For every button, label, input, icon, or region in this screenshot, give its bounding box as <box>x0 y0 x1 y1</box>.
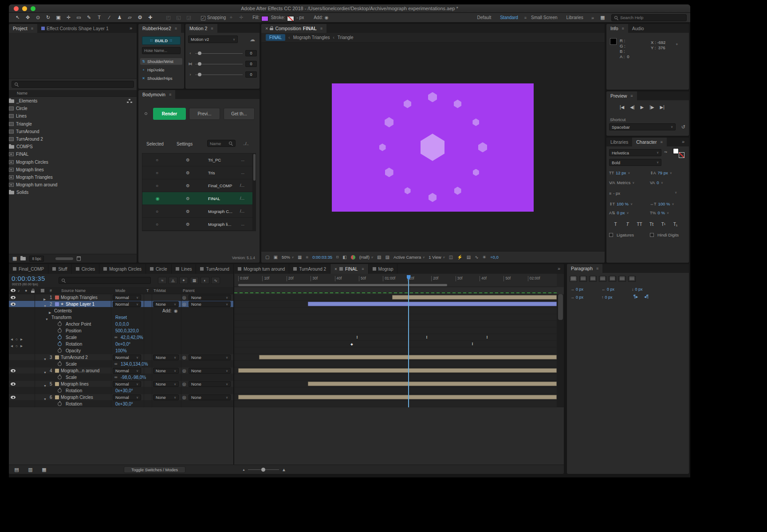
selection-tool-icon[interactable]: ↖ <box>12 15 23 20</box>
preview-button[interactable]: Previ... <box>189 108 220 120</box>
layer-label-color[interactable] <box>55 296 59 299</box>
camera-tool-icon[interactable]: ▣ <box>53 15 63 20</box>
timeline-tab-stuff[interactable]: Stuff <box>48 264 71 274</box>
more-panels-icon[interactable]: » <box>130 25 132 31</box>
pixel-aspect-icon[interactable]: ◫ <box>449 255 453 260</box>
bodymovin-comp-row[interactable]: ◉⚙FINAL/... <box>142 192 252 205</box>
layer-row[interactable]: ▼5Mograph linesNormal∨None∨◎None∨ <box>9 381 234 387</box>
property-row[interactable]: ▶ContentsAdd:◉ <box>9 307 234 314</box>
timeline-track[interactable] <box>234 381 557 387</box>
bodymovin-comp-row[interactable]: ○⚙Tri_PC... <box>142 154 252 166</box>
motion-preset-select[interactable]: Motion v2∨ <box>188 35 238 43</box>
timeline-track[interactable] <box>234 354 557 361</box>
project-item-mograph-turn-around[interactable]: Mograph turn around <box>9 181 137 189</box>
parent-select[interactable]: None∨ <box>189 295 231 300</box>
destination-button[interactable]: ... <box>241 222 244 226</box>
layer-name[interactable]: Mograph...n around <box>61 367 99 374</box>
project-bit-depth[interactable]: 8 bpc <box>29 256 44 262</box>
toggle-switches-modes-button[interactable]: Toggle Switches / Modes <box>124 466 185 473</box>
draft-3d-icon[interactable]: ◬ <box>169 277 177 284</box>
ltr-direction-button[interactable]: ¶▸ <box>633 294 638 299</box>
close-window-button[interactable] <box>14 6 19 11</box>
zoom-slider-track[interactable] <box>248 469 279 470</box>
tab-libraries[interactable]: Libraries <box>606 138 632 146</box>
parent-select[interactable]: None∨ <box>189 394 231 400</box>
project-item-comps[interactable]: ▼COMPS <box>9 143 137 150</box>
graph-editor-icon[interactable]: ∿ <box>211 277 220 284</box>
trkmat-select[interactable]: None∨ <box>153 394 179 400</box>
more-tabs-icon[interactable]: » <box>558 266 560 274</box>
layer-label-color[interactable] <box>55 302 59 306</box>
keyframe-marker[interactable]: I <box>487 335 488 340</box>
timeline-track[interactable] <box>234 294 557 301</box>
timeline-track[interactable] <box>234 321 557 327</box>
clone-stamp-tool-icon[interactable]: ♟ <box>114 15 125 20</box>
property-row[interactable]: Rotation0x+30,0° <box>9 387 234 394</box>
parent-pickwhip-icon[interactable]: ◎ <box>182 301 186 307</box>
vertical-scale-field[interactable]: ⇕T 100 %∨ <box>609 201 633 206</box>
timeline-search-input[interactable] <box>67 278 148 283</box>
rubberhose-item-shoulder-hips[interactable]: ✕ Shoulder/Hips <box>140 75 182 82</box>
property-name[interactable]: Position <box>66 327 82 334</box>
fast-previews-icon[interactable]: ⚡ <box>457 255 462 260</box>
eye-toggle[interactable] <box>11 303 16 306</box>
select-comp-radio[interactable]: ○ <box>156 183 158 188</box>
workspace-libraries[interactable]: Libraries <box>566 15 583 20</box>
stopwatch-icon[interactable] <box>58 402 62 406</box>
zoom-window-button[interactable] <box>31 6 35 11</box>
type-tool-icon[interactable]: T <box>94 15 104 20</box>
exposure-icon[interactable]: ✳ <box>483 255 486 260</box>
zoom-slider-thumb[interactable] <box>261 468 265 472</box>
small-caps-button[interactable]: Tt <box>648 222 655 227</box>
vertical-scrollbar[interactable] <box>558 294 563 320</box>
expand-layer-switches-icon[interactable]: ▤ <box>12 467 22 473</box>
layer-row[interactable]: ▼3TurnAround 2Normal∨None∨◎None∨ <box>9 354 234 361</box>
roi-icon[interactable]: ▧ <box>377 255 381 260</box>
property-value[interactable]: 0x+0,0° <box>115 341 130 347</box>
stopwatch-icon[interactable] <box>58 349 62 353</box>
slider-track[interactable] <box>195 64 243 64</box>
layer-row[interactable]: ▶1Mograph TrianglesNormal∨◎None∨ <box>9 294 234 301</box>
timeline-track[interactable] <box>234 401 557 407</box>
link-dimensions-icon[interactable]: ∞ <box>114 374 117 381</box>
timeline-button-icon[interactable]: ▤ <box>467 255 471 260</box>
select-comp-radio[interactable]: ○ <box>156 170 158 175</box>
property-value[interactable]: -98,0,-98,0% <box>121 374 146 381</box>
mode-select[interactable]: Normal∨ <box>113 368 141 374</box>
property-value[interactable]: 0x+30,0° <box>115 401 133 407</box>
rubberhose-item-shoulder-wrist[interactable]: ⇅ Shoulder/Wrist <box>140 58 182 65</box>
panel-menu-icon[interactable]: ≡ <box>320 26 323 31</box>
font-size-field[interactable]: TT 12 px∨ <box>609 170 630 175</box>
tracking-field[interactable]: VA 0∨ <box>650 180 663 185</box>
workspace-default[interactable]: Default <box>477 15 492 20</box>
previous-frame-button[interactable]: ◀| <box>630 105 634 110</box>
space-before-field[interactable]: ↓ 0 px <box>632 287 643 292</box>
eye-toggle[interactable] <box>11 296 16 299</box>
snapping-checkbox[interactable]: ✓ <box>201 16 205 20</box>
layer-duration-bar[interactable] <box>308 382 557 386</box>
left-indent-field[interactable]: → 0 px <box>570 287 583 292</box>
bodymovin-comp-row[interactable]: ○⚙Mograph li...... <box>142 218 252 231</box>
timeline-track[interactable] <box>234 301 557 307</box>
minimize-window-button[interactable] <box>22 6 27 11</box>
layer-name[interactable]: TurnAround 2 <box>61 354 88 361</box>
select-comp-radio[interactable]: ○ <box>156 209 158 214</box>
slider-knob[interactable] <box>198 73 201 76</box>
timeline-track[interactable] <box>234 307 557 314</box>
group-name[interactable]: Transform <box>51 314 71 321</box>
keyframe-marker[interactable]: I <box>472 342 473 347</box>
layer-row[interactable]: ▼2★Shape Layer 1Normal∨None∨◎None∨ <box>9 301 234 307</box>
parent-pickwhip-icon[interactable]: ◎ <box>182 381 186 387</box>
timeline-track[interactable] <box>234 361 557 367</box>
parent-column-header[interactable]: Parent <box>183 288 195 293</box>
stopwatch-icon[interactable] <box>58 375 62 379</box>
tab-paragraph[interactable]: Paragraph ≡ <box>567 264 602 273</box>
shape-tool-icon[interactable]: ▭ <box>74 15 84 20</box>
destination-button[interactable]: ... <box>241 158 244 162</box>
hand-tool-icon[interactable]: ✥ <box>23 15 33 20</box>
mode-column-header[interactable]: Mode <box>115 288 126 293</box>
timeline-search[interactable] <box>59 277 151 284</box>
breadcrumb-item[interactable]: Mograph Triangles <box>293 35 330 40</box>
slider-value[interactable]: 0 <box>245 50 257 56</box>
stopwatch-icon[interactable] <box>58 362 62 366</box>
